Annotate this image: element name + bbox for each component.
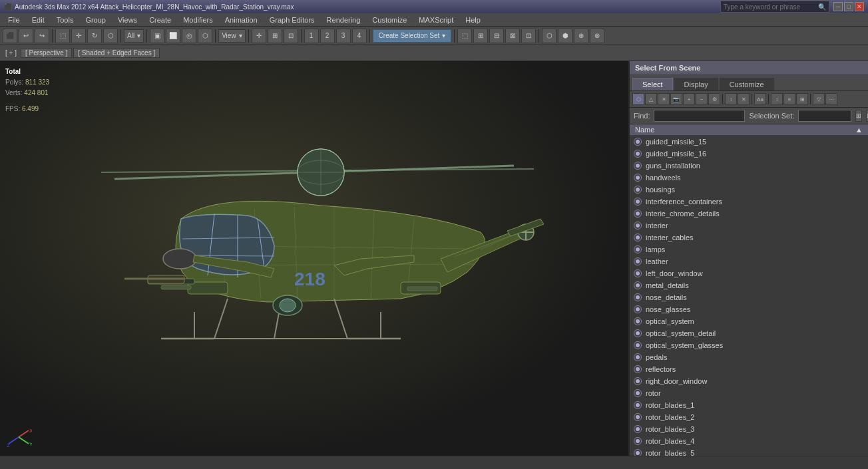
viewport-shaded-tag[interactable]: [ Shaded + Edged Faces ] [73, 48, 160, 58]
list-item[interactable]: leather [630, 255, 868, 267]
toolbar-btn-16[interactable]: ⊟ [489, 29, 504, 43]
list-item[interactable]: interier_cables [630, 232, 868, 243]
menu-views[interactable]: Views [112, 15, 142, 25]
panel-btn-sort[interactable]: ↕ [771, 93, 783, 105]
viewport-perspective-tag[interactable]: [ Perspective ] [21, 48, 72, 58]
toolbar-btn-1[interactable]: ⬛ [3, 29, 17, 43]
scroll-arrow-up[interactable]: ▲ [855, 126, 863, 134]
panel-btn-options[interactable]: ⋯ [825, 93, 837, 105]
toolbar-btn-22[interactable]: ⊗ [590, 29, 604, 43]
find-input[interactable] [654, 110, 745, 122]
list-item[interactable]: rotor_blades_4 [630, 435, 868, 447]
list-item[interactable]: interier [630, 220, 868, 232]
toolbar-btn-18[interactable]: ⊡ [521, 29, 536, 43]
list-item[interactable]: lamps [630, 243, 868, 255]
toolbar-btn-6[interactable]: ◎ [182, 29, 196, 43]
list-item[interactable]: guns_installation [630, 160, 868, 172]
list-item[interactable]: housings [630, 184, 868, 196]
toolbar-btn-13[interactable]: 3 [336, 29, 351, 43]
menu-file[interactable]: File [3, 15, 25, 25]
list-item[interactable]: metal_details [630, 279, 868, 291]
menu-modifiers[interactable]: Modifiers [178, 15, 218, 25]
create-selection-set-button[interactable]: Create Selection Set ▾ [373, 29, 452, 43]
toolbar-btn-10[interactable]: ⊡ [284, 29, 298, 43]
toolbar-btn-select[interactable]: ⬚ [55, 29, 70, 43]
list-item[interactable]: optical_system [630, 315, 868, 327]
list-item[interactable]: rotor_blades_5 [630, 447, 868, 456]
panel-btn-all-geo[interactable]: ⬡ [632, 93, 644, 105]
list-item[interactable]: pedals [630, 351, 868, 363]
list-item[interactable]: left_door_window [630, 267, 868, 279]
menu-graph-editors[interactable]: Graph Editors [264, 15, 320, 25]
selection-set-input[interactable] [798, 110, 851, 122]
toolbar-btn-11[interactable]: 1 [304, 29, 319, 43]
toolbar-btn-9[interactable]: ⊞ [268, 29, 282, 43]
minimize-button[interactable]: ─ [833, 2, 843, 11]
panel-btn-spacewarps[interactable]: ~ [696, 93, 708, 105]
list-item[interactable]: rotor_blades_3 [630, 423, 868, 435]
menu-edit[interactable]: Edit [27, 15, 50, 25]
list-item[interactable]: guided_missile_15 [630, 136, 868, 148]
close-button[interactable]: ✕ [855, 2, 864, 11]
toolbar-btn-scale[interactable]: ⬡ [103, 29, 118, 43]
panel-btn-filter-icon[interactable]: ▽ [813, 93, 825, 105]
panel-btn-none[interactable]: ✕ [738, 93, 750, 105]
list-item[interactable]: guided_missile_16 [630, 148, 868, 160]
toolbar-dropdown-all[interactable]: All ▾ [124, 29, 144, 43]
panel-btn-invert[interactable]: ↕ [725, 93, 737, 105]
toolbar-btn-named-sel[interactable]: ⬚ [457, 29, 472, 43]
tab-display[interactable]: Display [674, 78, 718, 90]
menu-help[interactable]: Help [460, 15, 486, 25]
list-item[interactable]: optical_system_detail [630, 327, 868, 339]
toolbar-btn-7[interactable]: ⬡ [198, 29, 212, 43]
menu-group[interactable]: Group [80, 15, 111, 25]
menu-rendering[interactable]: Rendering [322, 15, 366, 25]
list-item[interactable]: right_door_window [630, 375, 868, 387]
menu-create[interactable]: Create [144, 15, 176, 25]
toolbar-btn-20[interactable]: ⬢ [558, 29, 572, 43]
maximize-button[interactable]: □ [844, 2, 853, 11]
menu-maxscript[interactable]: MAXScript [413, 15, 459, 25]
toolbar-btn-21[interactable]: ⊕ [574, 29, 588, 43]
list-item[interactable]: nose_glasses [630, 303, 868, 315]
list-item[interactable]: optical_system_glasses [630, 339, 868, 351]
toolbar-btn-17[interactable]: ⊠ [505, 29, 520, 43]
panel-btn-lights[interactable]: ☀ [658, 93, 670, 105]
selection-set-btn-1[interactable]: ⊞ [855, 110, 862, 122]
viewport[interactable]: 218 Total Polys: 811 323 Verts: [0, 61, 628, 456]
toolbar-btn-4[interactable]: ▣ [150, 29, 164, 43]
search-bar[interactable]: 🔍 [720, 1, 829, 13]
panel-btn-layers[interactable]: ≡ [783, 93, 795, 105]
panel-btn-cols[interactable]: ⊞ [796, 93, 808, 105]
toolbar-btn-3[interactable]: ↪ [35, 29, 49, 43]
menu-animation[interactable]: Animation [220, 15, 263, 25]
panel-btn-shapes[interactable]: △ [645, 93, 657, 105]
list-item[interactable]: reflectors [630, 363, 868, 375]
toolbar-btn-12[interactable]: 2 [320, 29, 335, 43]
toolbar-viewport-dropdown[interactable]: View ▾ [218, 29, 246, 43]
toolbar-btn-8[interactable]: ✛ [252, 29, 266, 43]
list-item[interactable]: handweels [630, 172, 868, 184]
toolbar-btn-19[interactable]: ⬡ [542, 29, 556, 43]
toolbar-btn-move[interactable]: ✛ [71, 29, 86, 43]
tab-select[interactable]: Select [632, 78, 673, 90]
list-item[interactable]: rotor_blades_1 [630, 399, 868, 411]
list-item[interactable]: rotor [630, 387, 868, 399]
tab-customize[interactable]: Customize [720, 78, 774, 90]
toolbar-btn-5[interactable]: ⬜ [166, 29, 180, 43]
panel-btn-cameras[interactable]: 📷 [670, 93, 682, 105]
toolbar-btn-2[interactable]: ↩ [19, 29, 33, 43]
list-item[interactable]: rotor_blades_2 [630, 411, 868, 423]
object-list[interactable]: guided_missile_15guided_missile_16guns_i… [630, 136, 868, 456]
list-item[interactable]: interie_chrome_details [630, 208, 868, 220]
list-item[interactable]: nose_details [630, 291, 868, 303]
panel-btn-helpers[interactable]: + [683, 93, 695, 105]
search-input[interactable] [724, 3, 817, 11]
toolbar-btn-14[interactable]: 4 [352, 29, 367, 43]
window-controls[interactable]: ─ □ ✕ [833, 2, 864, 11]
list-item[interactable]: interference_containers [630, 196, 868, 208]
toolbar-btn-rotate[interactable]: ↻ [87, 29, 102, 43]
toolbar-btn-15[interactable]: ⊞ [473, 29, 488, 43]
panel-btn-case[interactable]: Aa [754, 93, 766, 105]
menu-customize[interactable]: Customize [367, 15, 412, 25]
